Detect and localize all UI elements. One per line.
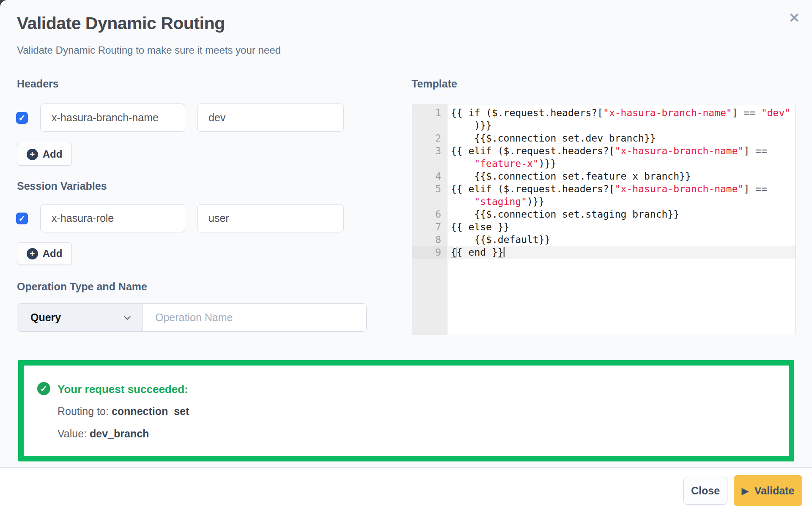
session-variables-section-label: Session Variables — [17, 180, 107, 192]
routing-value: connection_set — [112, 405, 189, 417]
add-header-label: Add — [43, 148, 63, 160]
code-line: 4 {{$.connection_set.feature_x_branch}} — [412, 170, 796, 183]
line-number: 7 — [412, 221, 447, 233]
check-circle-icon: ✓ — [37, 382, 50, 395]
validate-label: Validate — [754, 485, 795, 497]
code-line-content: {{ end }} — [447, 246, 796, 259]
operation-section-label: Operation Type and Name — [17, 281, 147, 293]
value-value: dev_branch — [90, 428, 149, 439]
operation-name-input[interactable] — [143, 304, 366, 331]
line-number: 9 — [412, 246, 447, 259]
code-line-content: {{$.default}} — [447, 233, 796, 246]
operation-type-select[interactable]: Query — [17, 304, 143, 331]
code-area: 1{{ if ($.request.headers?["x-hasura-bra… — [412, 104, 796, 259]
code-line-content: {{$.connection_set.dev_branch}} — [447, 132, 796, 145]
chevron-down-icon — [123, 313, 132, 322]
header-enabled-checkbox[interactable]: ✓ — [16, 112, 28, 124]
validate-button[interactable]: ▶ Validate — [734, 475, 802, 506]
page-subtitle: Validate Dynamic Routing to make sure it… — [17, 44, 281, 56]
headers-section-label: Headers — [17, 78, 59, 90]
session-variable-row: ✓ — [16, 204, 344, 232]
routing-label: Routing to: — [58, 405, 109, 417]
result-heading: Your request succeeded: — [58, 383, 188, 396]
plus-circle-icon: + — [27, 149, 38, 160]
validation-result-box: ✓ Your request succeeded: Routing to:con… — [18, 360, 794, 461]
text-cursor — [504, 247, 505, 257]
code-line-content: {{ elif ($.request.headers?["x-hasura-br… — [447, 183, 796, 208]
session-variable-enabled-checkbox[interactable]: ✓ — [16, 213, 28, 224]
code-line: 6 {{$.connection_set.staging_branch}} — [412, 208, 796, 221]
result-value-line: Value:dev_branch — [58, 428, 149, 440]
header-row: ✓ — [16, 104, 344, 132]
result-routing-line: Routing to:connection_set — [58, 405, 189, 417]
validate-dynamic-routing-modal: Validate Dynamic Routing Validate Dynami… — [0, 0, 812, 513]
line-number: 3 — [412, 145, 447, 170]
plus-circle-icon: + — [27, 248, 38, 259]
template-section-label: Template — [411, 78, 457, 90]
add-header-button[interactable]: + Add — [17, 143, 72, 166]
header-value-input[interactable] — [197, 104, 344, 132]
add-session-variable-label: Add — [43, 248, 63, 259]
code-line-content: {{ if ($.request.headers?["x-hasura-bran… — [447, 106, 796, 132]
code-line: 3{{ elif ($.request.headers?["x-hasura-b… — [412, 145, 796, 170]
code-line-content: {{$.connection_set.staging_branch}} — [447, 208, 796, 221]
play-icon: ▶ — [742, 486, 749, 495]
operation-type-and-name-control: Query — [17, 303, 367, 332]
operation-type-value: Query — [30, 311, 61, 324]
line-number: 5 — [412, 183, 447, 208]
line-number: 1 — [412, 106, 447, 132]
session-variable-value-input[interactable] — [197, 204, 344, 232]
code-line: 8 {{$.default}} — [412, 233, 796, 246]
code-line-content: {{ else }} — [447, 221, 796, 233]
page-title: Validate Dynamic Routing — [17, 14, 225, 33]
code-line: 9{{ end }} — [412, 246, 796, 259]
code-line: 2 {{$.connection_set.dev_branch}} — [412, 132, 796, 145]
template-code-editor[interactable]: 1{{ if ($.request.headers?["x-hasura-bra… — [412, 104, 796, 335]
code-line: 7{{ else }} — [412, 221, 796, 233]
session-variable-key-input[interactable] — [40, 204, 185, 232]
add-session-variable-button[interactable]: + Add — [17, 242, 72, 265]
code-line: 5{{ elif ($.request.headers?["x-hasura-b… — [412, 183, 796, 208]
line-number: 2 — [412, 132, 447, 145]
code-line: 1{{ if ($.request.headers?["x-hasura-bra… — [412, 106, 796, 132]
line-number: 8 — [412, 233, 447, 246]
close-button[interactable]: Close — [683, 477, 727, 505]
modal-footer: Close ▶ Validate — [0, 467, 812, 513]
header-key-input[interactable] — [40, 104, 185, 132]
close-icon[interactable]: ✕ — [786, 9, 803, 26]
code-line-content: {{ elif ($.request.headers?["x-hasura-br… — [447, 145, 796, 170]
line-number: 6 — [412, 208, 447, 221]
value-label: Value: — [58, 428, 87, 439]
line-number: 4 — [412, 170, 447, 183]
code-line-content: {{$.connection_set.feature_x_branch}} — [447, 170, 796, 183]
